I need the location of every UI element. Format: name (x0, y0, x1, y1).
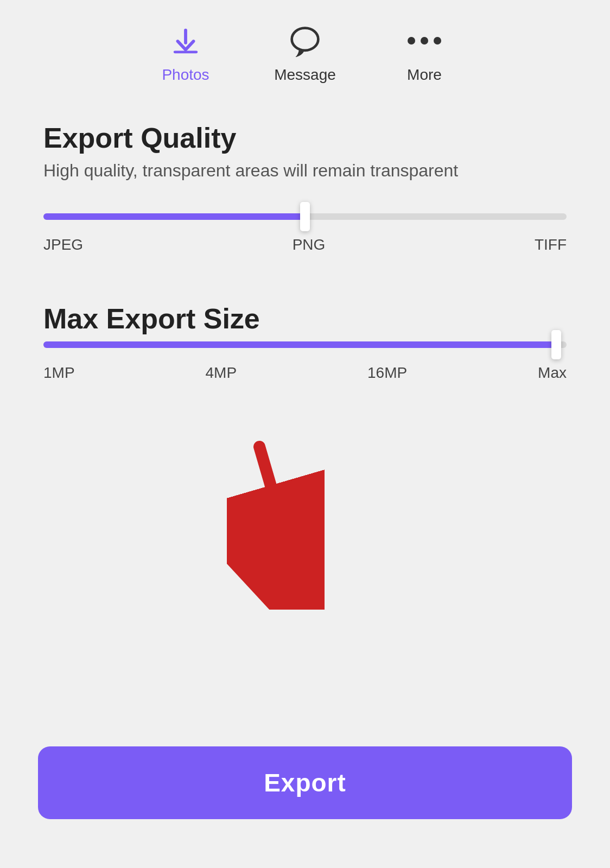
quality-label-png: PNG (293, 236, 326, 254)
size-label-16mp: 16MP (367, 364, 407, 382)
export-quality-subtitle: High quality, transparent areas will rem… (43, 161, 567, 181)
quality-slider-labels: JPEG PNG TIFF (43, 236, 567, 254)
quality-label-tiff: TIFF (535, 236, 567, 254)
svg-rect-1 (184, 29, 187, 45)
arrow-annotation (43, 436, 567, 725)
content-area: Export Quality High quality, transparent… (0, 100, 610, 746)
dot-3 (434, 37, 441, 45)
size-label-max: Max (538, 364, 567, 382)
max-export-size-title: Max Export Size (43, 302, 567, 335)
tab-photos[interactable]: Photos (126, 22, 245, 84)
red-arrow-icon (227, 436, 325, 610)
max-export-size-section: Max Export Size 1MP 4MP 16MP Max (43, 302, 567, 392)
tab-bar: Photos Message More (0, 0, 610, 100)
svg-point-2 (292, 28, 319, 50)
svg-line-4 (259, 447, 297, 577)
quality-label-jpeg: JPEG (43, 236, 83, 254)
size-label-4mp: 4MP (206, 364, 237, 382)
size-slider-labels: 1MP 4MP 16MP Max (43, 364, 567, 382)
export-button-container: Export (0, 746, 610, 868)
export-quality-title: Export Quality (43, 122, 567, 154)
quality-slider-thumb[interactable] (300, 202, 310, 231)
dot-1 (408, 37, 415, 45)
chat-icon (286, 22, 324, 60)
dot-2 (421, 37, 428, 45)
export-quality-section: Export Quality High quality, transparent… (43, 122, 567, 264)
tab-more-label: More (407, 66, 442, 84)
size-slider-fill (43, 341, 556, 348)
export-button[interactable]: Export (38, 746, 572, 819)
tab-message[interactable]: Message (245, 22, 365, 84)
page-container: Photos Message More (0, 0, 610, 868)
size-slider-thumb[interactable] (551, 330, 561, 359)
dots-icon (405, 22, 443, 60)
tab-photos-label: Photos (162, 66, 209, 84)
download-icon (167, 22, 205, 60)
size-slider-track[interactable] (43, 341, 567, 348)
quality-slider-container: JPEG PNG TIFF (43, 213, 567, 254)
tab-message-label: Message (274, 66, 336, 84)
quality-slider-fill (43, 213, 305, 220)
quality-slider-track[interactable] (43, 213, 567, 220)
size-slider-container: 1MP 4MP 16MP Max (43, 341, 567, 382)
size-label-1mp: 1MP (43, 364, 75, 382)
tab-more[interactable]: More (365, 22, 484, 84)
